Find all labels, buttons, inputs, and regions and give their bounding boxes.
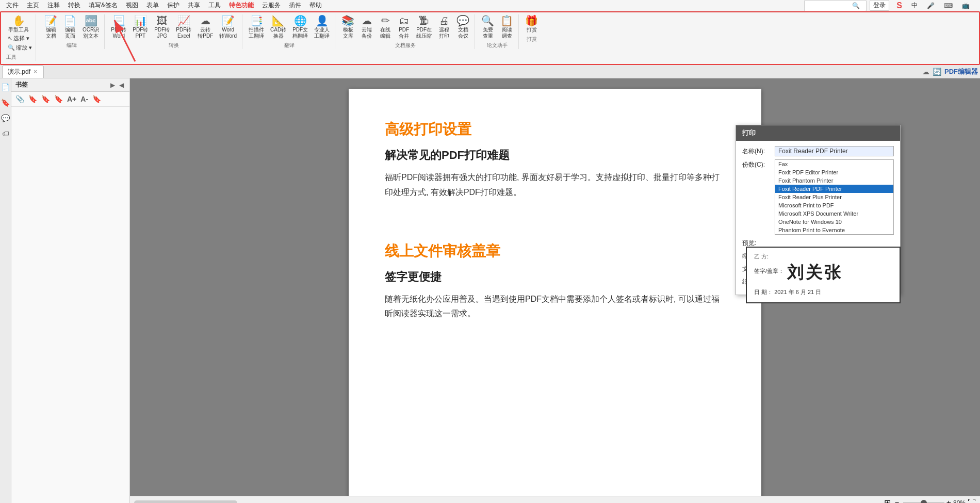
bookmark-icon4[interactable]: 🔖	[91, 94, 102, 104]
check-duplicate-button[interactable]: 🔍 免费查重	[479, 14, 496, 40]
print-list-item-msxps[interactable]: Microsoft XPS Document Writer	[775, 209, 893, 218]
pdf-compress-button[interactable]: 🗜 PDF在线压缩	[414, 14, 434, 40]
zoom-plus-button[interactable]: +	[946, 498, 951, 504]
print-list-item-phantom[interactable]: Foxit Phantom Printer	[775, 176, 893, 185]
font-decrease-icon[interactable]: A-	[79, 94, 89, 104]
bookmark-icon1[interactable]: 🔖	[27, 94, 38, 104]
sig-name: 刘关张	[787, 262, 843, 284]
font-increase-icon[interactable]: A+	[66, 94, 77, 104]
select-tool-button[interactable]: ↖ 选择 ▾	[6, 34, 34, 43]
menu-sign[interactable]: 填写&签名	[85, 0, 122, 11]
menu-annotation[interactable]: 注释	[43, 0, 64, 11]
print-list-item-readerplus[interactable]: Foxit Reader Plus Printer	[775, 193, 893, 201]
cloud-backup-button[interactable]: ☁ 云端备份	[358, 14, 375, 40]
pro-translate-icon: 👤	[316, 15, 329, 26]
pdf-to-word-button[interactable]: 📃 PDF转Word	[109, 14, 128, 40]
sidebar-tag-icon[interactable]: 🏷	[1, 128, 11, 139]
pdf-translate-button[interactable]: 🌐 PDF文档翻译	[290, 14, 310, 40]
zoom-minus-button[interactable]: －	[893, 497, 901, 503]
pdf-to-jpg-button[interactable]: 🖼 PDF转JPG	[152, 14, 172, 40]
remote-print-button[interactable]: 🖨 远程打印	[436, 14, 452, 40]
online-edit-icon: ✏	[381, 15, 390, 26]
print-list-item-phantom-ev[interactable]: Phantom Print to Evernote	[775, 226, 893, 234]
doc-tab[interactable]: 演示.pdf ×	[2, 66, 44, 78]
pdf-merge-button[interactable]: 🗂 PDF合并	[396, 14, 412, 40]
sougou-icon-keyboard[interactable]: ⌨	[940, 1, 957, 10]
login-button[interactable]: 登录	[870, 0, 889, 11]
section-spacer	[385, 221, 725, 241]
sync-tab-icon[interactable]: 🔄	[933, 68, 941, 76]
menu-help[interactable]: 帮助	[305, 0, 326, 11]
menu-cloud[interactable]: 云服务	[258, 0, 285, 11]
sidebar-comment-icon[interactable]: 💬	[0, 112, 11, 124]
print-list-item-reader[interactable]: Foxit Reader PDF Printer	[775, 185, 893, 193]
select-label: 选择 ▾	[13, 35, 29, 42]
sidebar-collapse-button[interactable]: ◀	[118, 81, 125, 89]
fullscreen-icon[interactable]: ⛶	[968, 498, 976, 504]
cloud-tab-icon[interactable]: ☁	[922, 68, 929, 76]
zoom-tool-button[interactable]: 🔍 缩放 ▾	[6, 43, 34, 52]
scrollbar-area[interactable]	[134, 500, 237, 504]
check-dup-icon: 🔍	[481, 15, 494, 26]
sougou-icon-mic[interactable]: 🎤	[923, 1, 939, 10]
pdf-editor-button[interactable]: PDF编辑器	[944, 67, 978, 76]
cad-convert-icon: 📐	[272, 15, 285, 26]
print-list-item-foxitpdf[interactable]: Foxit PDF Editor Printer	[775, 168, 893, 176]
translate-buttons: 📑 扫描件工翻译 📐 CAD转换器 🌐 PDF文档翻译 👤 专业人工翻译	[247, 14, 332, 40]
edit-doc-button[interactable]: 📝 编辑文档	[42, 14, 59, 40]
menu-convert[interactable]: 转换	[64, 0, 85, 11]
bookmark-add-icon[interactable]: 📎	[14, 94, 25, 104]
sidebar-page-icon[interactable]: 📄	[0, 82, 11, 93]
menu-special[interactable]: 特色功能	[225, 0, 258, 11]
menu-protect[interactable]: 保护	[163, 0, 184, 11]
pdf-page: 高级打印设置 解决常见的PDF打印难题 福昕PDF阅读器拥有强大的打印功能, 界…	[349, 89, 761, 496]
top-right-area: 🔍 登录 S 中 🎤 ⌨ 📺	[804, 0, 978, 11]
bookmark-icon3[interactable]: 🔖	[53, 94, 64, 104]
menu-home[interactable]: 主页	[23, 0, 43, 11]
close-tab-button[interactable]: ×	[34, 68, 37, 75]
print-list-item-onenote[interactable]: OneNote for Windows 10	[775, 218, 893, 226]
word-to-word-button[interactable]: 📝 Word转Word	[217, 14, 239, 40]
sidebar-expand-button[interactable]: ▶	[109, 81, 117, 89]
template-label: 模板文库	[343, 27, 353, 39]
search-input[interactable]	[807, 3, 848, 9]
fit-page-icon[interactable]: ⊞	[884, 498, 891, 503]
doc-meeting-button[interactable]: 💬 文档会议	[454, 14, 471, 40]
content-area: 高级打印设置 解决常见的PDF打印难题 福昕PDF阅读器拥有强大的打印功能, 界…	[130, 78, 980, 503]
menu-form[interactable]: 表单	[142, 0, 163, 11]
pdf-to-ppt-button[interactable]: 📊 PDF转PPT	[130, 14, 150, 40]
menu-tools[interactable]: 工具	[204, 0, 225, 11]
bookmark-icon2[interactable]: 🔖	[40, 94, 51, 104]
menu-view[interactable]: 视图	[122, 0, 142, 11]
reading-survey-button[interactable]: 📋 阅读调查	[498, 14, 515, 40]
online-edit-button[interactable]: ✏ 在线编辑	[377, 14, 394, 40]
edit-page-button[interactable]: 📄 编辑页面	[61, 14, 78, 40]
sougou-icon-tv[interactable]: 📺	[958, 1, 974, 10]
edit-buttons: 📝 编辑文档 📄 编辑页面 🔤 OCR识别文本	[42, 14, 101, 40]
print-name-input[interactable]: Foxit Reader PDF Printer	[775, 146, 894, 156]
sidebar-bookmark-icon[interactable]: 🔖	[0, 97, 11, 108]
scan-translate-label: 扫描件工翻译	[249, 27, 264, 39]
sougou-icon-zhong[interactable]: 中	[907, 0, 922, 11]
menu-file[interactable]: 文件	[2, 0, 23, 11]
menu-share[interactable]: 共享	[184, 0, 204, 11]
reward-buttons: 🎁 打赏	[523, 14, 540, 34]
ocr-label: OCR识别文本	[83, 27, 99, 39]
scan-translate-button[interactable]: 📑 扫描件工翻译	[247, 14, 266, 40]
pro-translate-button[interactable]: 👤 专业人工翻译	[312, 14, 332, 40]
print-list-item-fax[interactable]: Fax	[775, 160, 893, 168]
cad-convert-button[interactable]: 📐 CAD转换器	[268, 14, 288, 40]
pdf-to-excel-button[interactable]: 📈 PDF转Excel	[174, 14, 193, 40]
page-container[interactable]: 高级打印设置 解决常见的PDF打印难题 福昕PDF阅读器拥有强大的打印功能, 界…	[130, 78, 980, 496]
menu-plugins[interactable]: 插件	[285, 0, 305, 11]
hand-tool-button[interactable]: ✋ 手型工具	[6, 14, 31, 34]
cloud-convert-button[interactable]: ☁ 云转转PDF	[195, 14, 215, 40]
print-list-item-mspdf[interactable]: Microsoft Print to PDF	[775, 201, 893, 209]
edit-doc-icon: 📝	[44, 15, 57, 26]
ocr-button[interactable]: 🔤 OCR识别文本	[80, 14, 101, 40]
tab-right-icons: ☁ 🔄 PDF编辑器	[922, 67, 978, 76]
search-box[interactable]: 🔍	[804, 0, 867, 11]
template-library-button[interactable]: 📚 模板文库	[339, 14, 356, 40]
reward-button[interactable]: 🎁 打赏	[523, 14, 540, 34]
print-list[interactable]: Fax Foxit PDF Editor Printer Foxit Phant…	[775, 159, 894, 235]
